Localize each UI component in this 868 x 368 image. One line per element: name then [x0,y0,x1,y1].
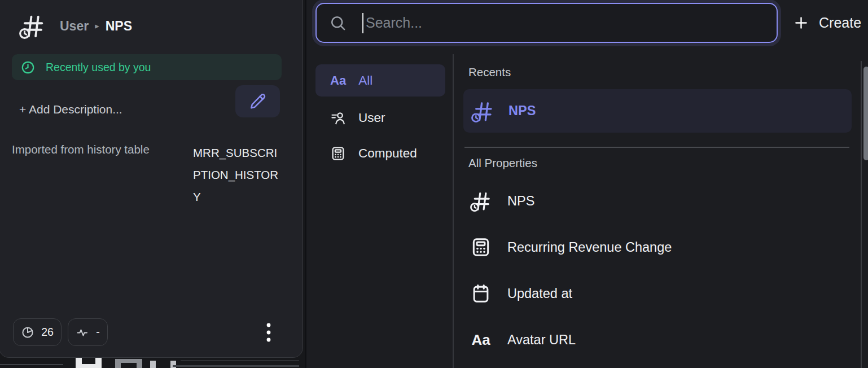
records-count-button[interactable]: 26 [13,318,62,346]
plus-icon [793,15,809,31]
hash-clock-icon [470,190,492,212]
all-properties-section-title: All Properties [468,156,537,170]
search-bar[interactable] [315,3,778,43]
background-artifact [76,358,102,368]
trend-button[interactable]: - [68,318,108,346]
hash-clock-icon [19,13,45,39]
calculator-icon [330,146,346,161]
filter-tab-user[interactable]: User [315,102,445,134]
filter-tab-all[interactable]: Aa All [315,64,445,97]
section-divider [464,147,849,148]
pencil-icon [249,93,266,110]
calendar-icon [470,283,492,304]
property-detail-card: User ▸ NPS Recently used by you + Add De… [0,0,303,358]
text-cursor [362,13,363,33]
recently-used-badge: Recently used by you [12,54,282,80]
add-description-button[interactable]: + Add Description... [19,103,122,116]
create-button-label: Create [819,15,861,31]
background-line [0,364,63,365]
breadcrumb-parent[interactable]: User [60,19,89,34]
hash-clock-icon [471,100,494,122]
breadcrumb: User ▸ NPS [19,13,132,39]
user-icon [330,110,346,126]
calculator-icon [470,236,492,258]
property-item-nps[interactable]: NPS [463,178,852,224]
background-line [173,365,299,367]
text-format-icon: Aa [330,73,346,88]
background-artifacts [0,358,303,368]
property-item-avatar-url[interactable]: Aa Avatar URL [463,317,852,363]
filter-tab-label: User [358,111,385,125]
recent-item-label: NPS [508,103,536,119]
more-options-button[interactable] [260,319,277,345]
property-picker-modal: Create Aa All User Computed Recents [305,0,868,368]
background-line [181,360,299,361]
import-info-value: MRR_SUBSCRIPTION_HISTORY [193,142,284,208]
background-artifact [150,361,176,368]
import-info-label: Imported from history table [12,143,150,156]
filter-tab-label: Computed [358,146,417,161]
search-icon [329,14,347,32]
activity-icon [76,326,89,339]
create-button[interactable]: Create [793,8,868,37]
property-item-recurring-revenue-change[interactable]: Recurring Revenue Change [463,224,852,270]
column-divider [453,54,454,368]
scrollbar-thumb[interactable] [863,67,868,160]
breadcrumb-separator-icon: ▸ [95,21,99,31]
recently-used-label: Recently used by you [46,61,151,74]
clock-icon [20,60,36,75]
text-format-icon: Aa [471,331,490,349]
records-count-value: 26 [41,326,54,339]
property-item-updated-at[interactable]: Updated at [463,270,852,317]
property-item-label: NPS [507,194,534,209]
scroll-track-border [861,61,862,368]
property-item-label: Updated at [507,286,572,301]
trend-value: - [96,326,100,339]
recent-item-nps[interactable]: NPS [463,89,852,133]
pie-chart-icon [21,326,34,339]
edit-button[interactable] [235,85,280,117]
recents-section-title: Recents [468,65,511,79]
breadcrumb-current: NPS [106,19,132,34]
background-artifact [115,359,142,368]
search-input[interactable] [366,15,777,31]
filter-tab-computed[interactable]: Computed [315,137,445,169]
filter-tab-label: All [358,73,372,88]
property-item-label: Recurring Revenue Change [507,240,672,255]
property-item-label: Avatar URL [507,332,576,348]
kebab-menu-icon [266,322,271,343]
